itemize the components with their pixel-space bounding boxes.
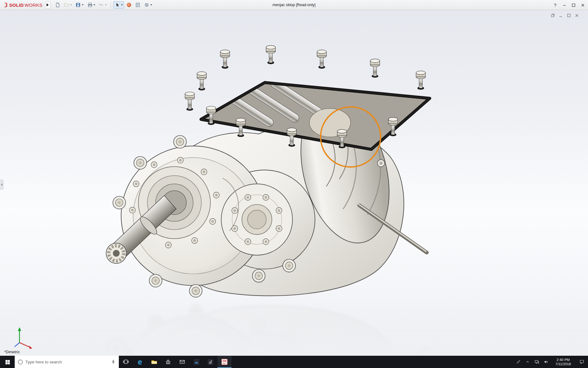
speaker-icon — [543, 359, 549, 365]
store-icon — [165, 358, 172, 365]
chevron-up-icon — [525, 359, 530, 364]
doc-restore-button[interactable] — [549, 13, 556, 18]
document-title: menjac sklop [Read-only] — [273, 0, 315, 10]
start-button[interactable] — [0, 356, 15, 368]
collapse-arrow-icon — [1, 183, 2, 186]
dropdown-caret-icon — [70, 4, 72, 6]
gearbox-model[interactable] — [106, 45, 430, 297]
edge-icon: e — [138, 358, 142, 366]
dropdown-caret-icon — [121, 4, 123, 6]
doc-close-button[interactable] — [573, 13, 580, 18]
solidworks-logo: SOLIDWORKS — [2, 2, 43, 8]
save-button[interactable] — [74, 1, 85, 9]
mail-app-button[interactable] — [175, 356, 189, 368]
windows-logo-icon — [5, 359, 10, 365]
volume-button[interactable] — [541, 356, 551, 368]
photos-icon — [193, 358, 200, 366]
close-button[interactable] — [578, 0, 587, 10]
windows-taskbar: e — [0, 356, 588, 368]
network-button[interactable] — [532, 356, 541, 368]
brand-text-solid: SOLID — [9, 2, 24, 8]
brand-text-works: WORKS — [24, 2, 42, 8]
dropdown-caret-icon — [93, 4, 95, 6]
doc-maximize-button[interactable] — [565, 13, 572, 18]
solidworks-taskbar-icon: SW 2017 — [221, 358, 228, 366]
open-folder-icon — [64, 2, 69, 8]
task-view-icon — [123, 358, 129, 365]
feature-panel-collapse-handle[interactable] — [0, 180, 3, 190]
close-icon — [580, 3, 585, 8]
flyout-arrow-icon — [47, 3, 49, 6]
undo-button[interactable] — [97, 1, 108, 9]
model-canvas[interactable] — [0, 10, 588, 356]
toolbar-separator — [111, 2, 111, 8]
network-icon — [534, 359, 540, 365]
mail-icon — [179, 358, 186, 365]
new-document-icon — [55, 2, 60, 8]
options-gear-icon — [144, 2, 149, 8]
solidworks-app-button[interactable]: SW 2017 — [217, 356, 232, 368]
photos-app-button[interactable] — [189, 356, 203, 368]
menu-flyout-button[interactable] — [45, 1, 51, 9]
cortana-icon — [17, 359, 23, 365]
appearances-button[interactable] — [125, 1, 133, 9]
microphone-icon[interactable] — [111, 359, 116, 365]
svg-text:SW: SW — [222, 359, 227, 362]
print-button[interactable] — [86, 1, 96, 9]
view-orientation-label: *Dimetric — [4, 350, 20, 354]
undo-icon — [99, 2, 104, 8]
clock-date: 7/11/2018 — [556, 362, 571, 366]
taskbar-clock[interactable]: 2:40 PM 7/11/2018 — [551, 356, 576, 368]
svg-text:2017: 2017 — [222, 362, 227, 364]
save-floppy-icon — [75, 2, 81, 8]
system-tray: 2:40 PM 7/11/2018 — [514, 356, 588, 368]
edge-app-button[interactable]: e — [133, 356, 147, 368]
appearance-sphere-icon — [126, 2, 132, 8]
dropdown-caret-icon — [150, 4, 152, 6]
display-settings-button[interactable] — [134, 1, 142, 9]
dropdown-caret-icon — [105, 4, 107, 6]
reflection-fade — [0, 299, 588, 356]
graphics-area[interactable]: *Dimetric — [0, 10, 588, 356]
desktop: SOLIDWORKS — [0, 0, 588, 368]
document-window-controls — [549, 13, 580, 18]
store-app-button[interactable] — [161, 356, 175, 368]
doc-minimize-button[interactable] — [557, 13, 564, 18]
windows-ink-button[interactable] — [514, 356, 523, 368]
taskbar-search[interactable] — [15, 356, 119, 368]
select-tool-button[interactable] — [113, 1, 124, 9]
maximize-button[interactable] — [569, 0, 578, 10]
clock-time: 2:40 PM — [557, 358, 570, 362]
new-document-button[interactable] — [54, 1, 62, 9]
dassault-3ds-logo-icon — [2, 2, 8, 8]
groove-music-icon — [207, 358, 214, 366]
options-button[interactable] — [143, 1, 153, 9]
quick-access-toolbar — [54, 1, 153, 9]
hidden-icons-button[interactable] — [523, 356, 532, 368]
dropdown-caret-icon — [82, 4, 84, 6]
file-explorer-icon — [151, 358, 158, 366]
minimize-icon — [559, 13, 563, 18]
window-controls: ? — [551, 0, 587, 10]
minimize-icon — [562, 3, 567, 8]
action-center-icon — [579, 359, 585, 365]
taskbar-empty-space — [232, 356, 514, 368]
action-center-button[interactable] — [576, 356, 588, 368]
restore-icon — [551, 13, 555, 18]
pen-icon — [516, 359, 521, 365]
minimize-button[interactable] — [560, 0, 569, 10]
select-cursor-icon — [115, 2, 120, 8]
task-view-button[interactable] — [119, 356, 133, 368]
close-icon — [575, 13, 579, 18]
open-button[interactable] — [62, 1, 73, 9]
maximize-icon — [567, 13, 571, 18]
print-icon — [87, 2, 92, 8]
groove-music-app-button[interactable] — [203, 356, 217, 368]
file-explorer-app-button[interactable] — [147, 356, 161, 368]
maximize-icon — [571, 3, 576, 8]
search-input[interactable] — [25, 360, 108, 364]
help-button[interactable]: ? — [551, 0, 560, 10]
display-report-icon — [135, 2, 141, 8]
solidworks-titlebar: SOLIDWORKS — [0, 0, 588, 10]
